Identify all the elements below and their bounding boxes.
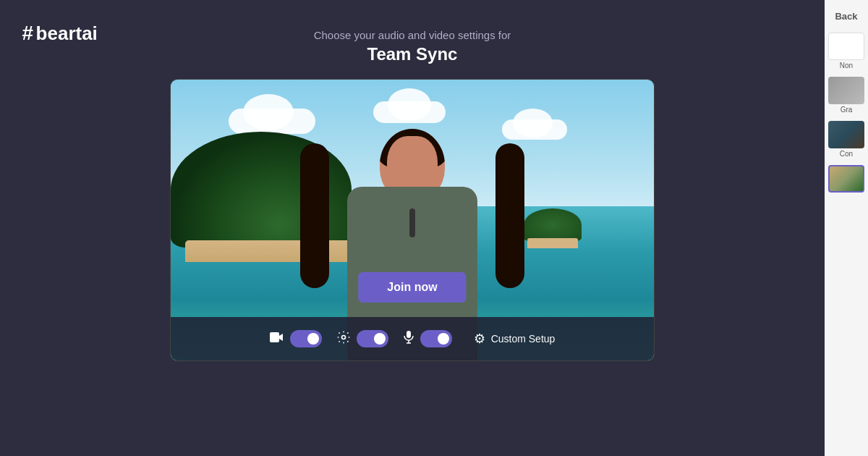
camera-control — [270, 330, 322, 347]
camera-icon — [270, 332, 284, 346]
svg-rect-1 — [407, 331, 411, 338]
sidebar-thumb-gray[interactable] — [828, 77, 864, 104]
sidebar-gray-item: Gra — [828, 77, 864, 114]
mic-control — [403, 330, 452, 347]
sidebar-thumb-none[interactable] — [828, 33, 864, 60]
sidebar-thumb-extra[interactable] — [828, 165, 864, 193]
logo-text: beartai — [36, 22, 98, 45]
cloud-3 — [373, 101, 446, 123]
controls-bar: ⚙ Custom Setup — [171, 317, 654, 360]
effects-icon — [336, 330, 351, 347]
mic-icon — [403, 330, 414, 347]
custom-setup-button[interactable]: ⚙ Custom Setup — [474, 331, 556, 347]
sidebar-none-item: Non — [828, 33, 864, 69]
meeting-title: Team Sync — [367, 44, 458, 64]
sidebar-none-label: Non — [840, 62, 853, 69]
trees-right — [524, 208, 582, 241]
video-preview: Join now — [170, 79, 655, 361]
sidebar-con-item: Con — [828, 121, 864, 158]
gear-icon: ⚙ — [474, 331, 485, 347]
subtitle-text: Choose your audio and video settings for — [314, 29, 511, 41]
mic-toggle[interactable] — [420, 330, 452, 347]
custom-setup-label: Custom Setup — [491, 333, 556, 345]
right-sidebar: Back Non Gra Con — [825, 0, 868, 456]
logo: # beartai — [22, 22, 98, 45]
join-now-button[interactable]: Join now — [358, 272, 466, 303]
camera-toggle[interactable] — [290, 330, 322, 347]
effects-control — [336, 330, 388, 347]
logo-hash: # — [22, 22, 33, 45]
sidebar-con-label: Con — [840, 150, 853, 158]
sidebar-gray-label: Gra — [841, 106, 853, 114]
header-section: Choose your audio and video settings for… — [314, 29, 511, 64]
main-content: # beartai Choose your audio and video se… — [0, 0, 825, 456]
hair-left — [300, 143, 329, 288]
beach-right — [527, 238, 578, 248]
effects-toggle[interactable] — [357, 330, 388, 347]
hair-right — [495, 143, 524, 288]
sidebar-extra-item — [828, 165, 864, 193]
island-right — [524, 205, 582, 248]
back-button[interactable]: Back — [831, 7, 861, 25]
svg-point-0 — [341, 336, 345, 339]
sidebar-thumb-con[interactable] — [828, 121, 864, 148]
mic-prop — [409, 208, 415, 237]
